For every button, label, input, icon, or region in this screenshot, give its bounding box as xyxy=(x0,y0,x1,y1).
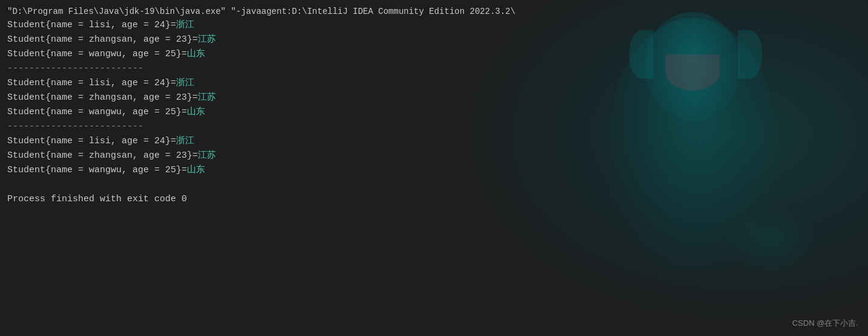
location-2-2: 江苏 xyxy=(198,92,216,103)
location-1-1: 浙江 xyxy=(176,20,194,30)
output-group-1: Student{name = lisi, age = 24}=浙江 Studen… xyxy=(7,18,861,76)
terminal-container: "D:\Program Files\Java\jdk-19\bin\java.e… xyxy=(0,0,868,336)
output-text-1-1: Student{name = lisi, age = 24}=浙江 xyxy=(7,18,194,33)
terminal-content: "D:\Program Files\Java\jdk-19\bin\java.e… xyxy=(0,0,868,336)
output-text-1-2: Student{name = zhangsan, age = 23}=江苏 xyxy=(7,33,216,47)
output-group-3: Student{name = lisi, age = 24}=浙江 Studen… xyxy=(7,134,861,178)
location-1-3: 山东 xyxy=(187,49,205,59)
separator-2: ------------------------- xyxy=(7,120,861,134)
output-line-2-1: Student{name = lisi, age = 24}=浙江 xyxy=(7,76,861,91)
output-line-2-3: Student{name = wangwu, age = 25}=山东 xyxy=(7,105,861,120)
command-line: "D:\Program Files\Java\jdk-19\bin\java.e… xyxy=(7,5,861,18)
location-2-1: 浙江 xyxy=(176,78,194,88)
location-3-3: 山东 xyxy=(187,165,205,175)
output-text-3-3: Student{name = wangwu, age = 25}=山东 xyxy=(7,163,205,178)
output-text-2-1: Student{name = lisi, age = 24}=浙江 xyxy=(7,76,194,91)
output-line-1-1: Student{name = lisi, age = 24}=浙江 xyxy=(7,18,861,33)
output-line-3-1: Student{name = lisi, age = 24}=浙江 xyxy=(7,134,861,149)
output-group-2: Student{name = lisi, age = 24}=浙江 Studen… xyxy=(7,76,861,134)
output-line-1-2: Student{name = zhangsan, age = 23}=江苏 xyxy=(7,33,861,47)
separator-text-1: ------------------------- xyxy=(7,62,143,76)
output-text-2-2: Student{name = zhangsan, age = 23}=江苏 xyxy=(7,91,216,105)
output-line-3-3: Student{name = wangwu, age = 25}=山东 xyxy=(7,163,861,178)
separator-1: ------------------------- xyxy=(7,62,861,76)
output-text-3-1: Student{name = lisi, age = 24}=浙江 xyxy=(7,134,194,149)
output-text-3-2: Student{name = zhangsan, age = 23}=江苏 xyxy=(7,149,216,163)
process-finished-text: Process finished with exit code 0 xyxy=(7,192,187,207)
csdn-watermark: CSDN @在下小吉. xyxy=(792,318,858,329)
command-text: "D:\Program Files\Java\jdk-19\bin\java.e… xyxy=(7,5,515,18)
location-2-3: 山东 xyxy=(187,107,205,117)
process-finished-line: Process finished with exit code 0 xyxy=(7,192,861,207)
watermark-text: CSDN @在下小吉. xyxy=(792,318,858,328)
output-line-1-3: Student{name = wangwu, age = 25}=山东 xyxy=(7,47,861,62)
separator-text-2: ------------------------- xyxy=(7,120,143,134)
output-text-1-3: Student{name = wangwu, age = 25}=山东 xyxy=(7,47,205,62)
empty-line xyxy=(7,178,861,192)
location-3-1: 浙江 xyxy=(176,136,194,146)
output-line-2-2: Student{name = zhangsan, age = 23}=江苏 xyxy=(7,91,861,105)
location-3-2: 江苏 xyxy=(198,150,216,161)
output-line-3-2: Student{name = zhangsan, age = 23}=江苏 xyxy=(7,149,861,163)
location-1-2: 江苏 xyxy=(198,34,216,45)
output-text-2-3: Student{name = wangwu, age = 25}=山东 xyxy=(7,105,205,120)
